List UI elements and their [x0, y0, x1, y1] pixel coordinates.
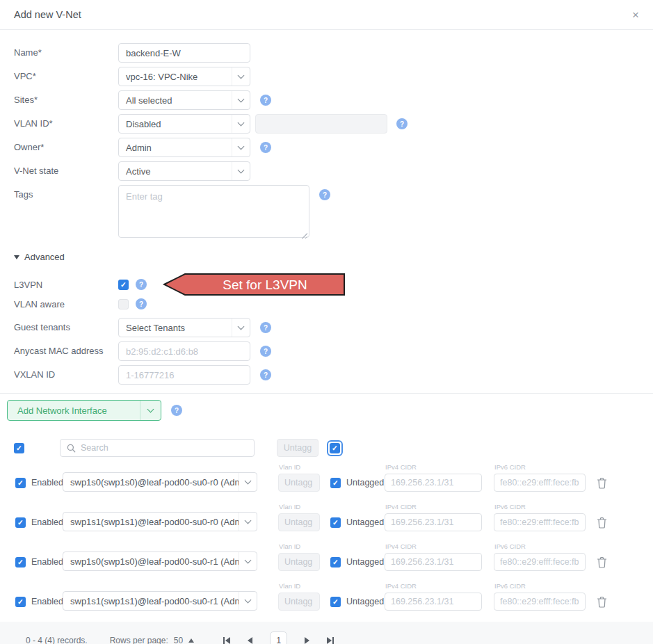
interface-row: ✓ Enabled swp1s0(swp1s0)@leaf-pod00-su0-…: [14, 463, 639, 492]
untagged-checkbox[interactable]: ✓: [330, 517, 341, 528]
help-icon[interactable]: ?: [260, 142, 271, 153]
enabled-checkbox[interactable]: ✓: [15, 597, 26, 607]
add-network-interface-button[interactable]: Add Network Interface: [7, 400, 161, 421]
current-page-button[interactable]: 1: [270, 631, 287, 644]
ipv6-cidr-input[interactable]: [494, 513, 586, 531]
check-icon: ✓: [16, 444, 22, 452]
enabled-checkbox[interactable]: ✓: [15, 557, 26, 567]
last-page-button[interactable]: [327, 637, 334, 644]
untagged-label: Untagged: [346, 597, 384, 606]
guest-tenants-label: Guest tenants: [14, 318, 118, 332]
owner-select[interactable]: Admin: [118, 138, 250, 157]
l3vpn-checkbox[interactable]: ✓: [118, 280, 129, 290]
ipv4-cidr-input[interactable]: [385, 513, 482, 531]
anycast-mac-input[interactable]: [118, 341, 250, 361]
triangle-left-icon: [248, 637, 252, 644]
delete-row-button[interactable]: [597, 596, 607, 608]
table-header-row: ✓ Untagg ✓: [14, 439, 639, 457]
vlan-id-cell-input: [278, 553, 320, 571]
sites-label: Sites*: [14, 90, 118, 105]
ipv4-cidr-input[interactable]: [385, 593, 482, 611]
advanced-toggle[interactable]: Advanced: [14, 252, 639, 262]
help-icon[interactable]: ?: [396, 118, 408, 129]
vpc-select[interactable]: vpc-16: VPC-Nike: [118, 67, 250, 86]
guest-tenants-select-value: Select Tenants: [119, 323, 232, 333]
vlan-id-cell-input: [278, 593, 320, 611]
rows-per-page-control[interactable]: Rows per page: 50: [110, 636, 194, 644]
interface-row: ✓ Enabled swp1s1(swp1s1)@leaf-pod00-su0-…: [14, 582, 639, 611]
vlan-id-select[interactable]: Disabled: [118, 114, 250, 134]
sites-select[interactable]: All selected: [118, 90, 250, 110]
delete-row-button[interactable]: [597, 517, 607, 529]
enabled-label: Enabled: [31, 478, 63, 488]
help-icon[interactable]: ?: [171, 405, 182, 416]
question-mark: ?: [139, 281, 143, 289]
close-icon[interactable]: ×: [632, 9, 639, 21]
vnet-state-row: V-Net state Active: [14, 161, 639, 181]
delete-row-button[interactable]: [597, 477, 607, 489]
name-row: Name*: [14, 43, 639, 63]
help-icon[interactable]: ?: [260, 346, 271, 357]
chevron-down-icon: [140, 401, 161, 420]
ipv6-column-label: IPv6 CIDR: [494, 542, 586, 551]
vnet-state-select[interactable]: Active: [118, 161, 250, 181]
untagged-label: Untagged: [346, 517, 384, 527]
prev-page-button[interactable]: [248, 637, 252, 644]
port-select-value: swp1s1(swp1s1)@leaf-pod00-su0-r1 (Admin): [63, 596, 239, 606]
vxlan-id-input[interactable]: [118, 365, 250, 385]
question-mark: ?: [264, 348, 268, 355]
check-icon: ✓: [332, 558, 339, 566]
help-icon[interactable]: ?: [319, 189, 330, 200]
ipv6-column-label: IPv6 CIDR: [494, 582, 586, 590]
help-icon[interactable]: ?: [136, 279, 147, 290]
tags-input[interactable]: [118, 185, 309, 238]
port-select[interactable]: swp1s1(swp1s1)@leaf-pod00-su0-r1 (Admin): [63, 591, 257, 611]
owner-label: Owner*: [14, 138, 118, 152]
name-input[interactable]: [118, 43, 250, 63]
enabled-label: Enabled: [31, 557, 63, 567]
vpc-row: VPC* vpc-16: VPC-Nike: [14, 67, 639, 86]
first-page-button[interactable]: [223, 637, 230, 644]
interfaces-table: ✓ Untagg ✓ ✓ Enabled swp1s0(swp1s0)@leaf…: [0, 421, 653, 611]
anycast-mac-row: Anycast MAC address ?: [14, 341, 639, 361]
resize-grip[interactable]: [301, 232, 307, 239]
port-select[interactable]: swp1s0(swp1s0)@leaf-pod00-su0-r1 (Admin): [63, 552, 257, 571]
untagged-checkbox[interactable]: ✓: [330, 557, 341, 567]
help-icon[interactable]: ?: [260, 95, 271, 106]
ipv4-cidr-input[interactable]: [385, 553, 482, 571]
annotation-text: Set for L3VPN: [223, 277, 307, 292]
ipv6-cidr-input[interactable]: [494, 553, 586, 571]
ipv6-cidr-input[interactable]: [494, 593, 586, 611]
search-input[interactable]: [81, 440, 254, 456]
question-mark: ?: [139, 300, 143, 308]
enabled-checkbox[interactable]: ✓: [15, 517, 26, 528]
ipv4-cidr-input[interactable]: [385, 474, 482, 492]
advanced-toggle-label: Advanced: [24, 252, 65, 262]
enabled-checkbox[interactable]: ✓: [15, 478, 26, 488]
port-select[interactable]: swp1s0(swp1s0)@leaf-pod00-su0-r0 (Admin): [63, 472, 257, 492]
ipv4-column-label: IPv4 CIDR: [385, 463, 482, 472]
untagged-all-checkbox[interactable]: ✓: [330, 443, 340, 453]
tags-textarea-wrap: [118, 185, 309, 241]
untagged-checkbox[interactable]: ✓: [330, 597, 341, 607]
help-icon[interactable]: ?: [260, 369, 271, 380]
check-icon: ✓: [332, 479, 339, 487]
vxlan-id-label: VXLAN ID: [14, 365, 118, 380]
vpc-select-value: vpc-16: VPC-Nike: [119, 72, 232, 82]
help-icon[interactable]: ?: [260, 322, 271, 333]
port-select[interactable]: swp1s1(swp1s1)@leaf-pod00-su0-r0 (Admin): [63, 512, 257, 531]
enabled-label: Enabled: [31, 597, 63, 606]
select-all-checkbox[interactable]: ✓: [14, 443, 24, 453]
question-mark: ?: [264, 371, 268, 379]
ipv6-cidr-input[interactable]: [494, 474, 586, 492]
delete-row-button[interactable]: [597, 556, 607, 568]
untagged-label: Untagged: [346, 557, 384, 567]
guest-tenants-select[interactable]: Select Tenants: [118, 318, 250, 337]
chevron-down-icon: [232, 67, 250, 86]
next-page-button[interactable]: [305, 637, 309, 644]
triangle-left-icon: [225, 637, 230, 644]
help-icon[interactable]: ?: [136, 298, 147, 309]
trash-icon: [597, 556, 607, 568]
name-label: Name*: [14, 43, 118, 58]
untagged-checkbox[interactable]: ✓: [330, 478, 341, 488]
